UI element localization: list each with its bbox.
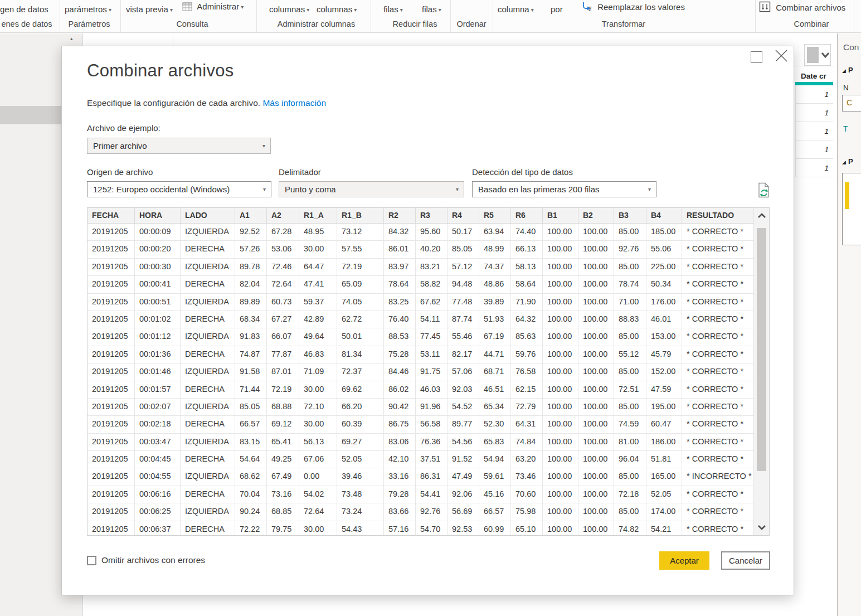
remove-columns-button[interactable]: columnas▾ [317,4,357,14]
table-cell: 30.00 [299,241,337,258]
table-cell: 72.64 [267,276,299,293]
table-row: 2019120500:01:12IZQUIERDA91.8366.0749.64… [87,328,755,346]
properties-section-header[interactable]: ◢P [842,66,853,74]
file-origin-dropdown[interactable]: 1252: Europeo occidental (Windows) ▾ [87,181,271,197]
table-cell: 57.06 [447,363,479,381]
applied-steps-section-header[interactable]: ◢P [842,157,853,166]
table-cell: * CORRECTO * [682,311,755,328]
table-grid-icon [182,2,192,13]
table-cell: 100.00 [543,503,578,521]
collapse-caret-icon[interactable]: ▴ [70,36,73,41]
table-cell: 50.17 [447,224,479,241]
preview-button[interactable]: vista previa▾ [126,4,173,14]
table-cell: 73.48 [337,486,384,503]
table-cell: 45.16 [479,486,511,503]
ribbon-group-label: Parámetros [61,20,117,28]
scroll-up-button[interactable] [754,208,770,224]
section-label: P [848,157,853,166]
chevron-down-icon: ▾ [456,182,459,197]
scroll-down-button[interactable] [754,520,770,535]
combine-files-button[interactable]: Combinar archivos [759,1,845,14]
table-cell: IZQUIERDA [181,503,235,521]
table-cell: 00:00:30 [135,259,181,276]
recent-sources-button[interactable]: gen de datos [0,4,48,14]
close-button[interactable] [774,48,791,65]
column-filter-button[interactable] [804,44,831,66]
all-properties-link[interactable]: T [843,124,848,133]
group-by-button[interactable]: por [551,4,563,14]
type-detection-dropdown[interactable]: Basado en las primeras 200 filas ▾ [472,181,656,197]
table-cell: 51.81 [646,451,682,468]
table-cell: 48.86 [479,276,511,293]
table-cell: 100.00 [543,399,578,416]
table-cell: 20191205 [87,521,135,536]
keep-rows-button[interactable]: filas▾ [383,4,403,14]
table-cell: 39.46 [337,468,384,486]
table-cell: 20191205 [87,416,135,433]
table-cell: * CORRECTO * [682,259,755,276]
table-row: 2019120500:06:37DERECHA72.2279.7530.0054… [87,521,755,536]
refresh-file-icon [757,182,771,198]
table-cell: 100.00 [543,328,578,346]
dialog-title: Combinar archivos [87,61,234,81]
table-cell: 86.01 [384,241,416,258]
table-cell: 64.47 [299,259,337,276]
manage-button[interactable]: Administrar▾ [182,2,244,13]
table-cell: 75.28 [384,346,416,363]
query-settings-panel: Con ◢P N C T ◢P [837,33,861,616]
subtitle-text: Especifique la configuración de cada arc… [87,98,260,108]
table-cell: * CORRECTO * [682,434,755,451]
table-cell: 90.42 [384,399,416,416]
table-cell: 72.10 [299,399,337,416]
table-cell: 53.06 [267,241,299,258]
table-cell: 54.11 [416,311,447,328]
table-row: 2019120500:03:47IZQUIERDA83.1565.4156.13… [87,434,755,451]
table-cell: 88.83 [614,311,646,328]
remove-rows-button[interactable]: filas▾ [422,4,441,14]
split-column-button[interactable]: columna▾ [498,4,534,14]
maximize-button[interactable] [751,51,762,63]
table-cell: * CORRECTO * [682,241,755,258]
table-cell: 100.00 [578,468,614,486]
background-column-header[interactable]: Date cr [801,72,826,80]
table-cell: 00:00:09 [135,224,181,241]
background-table-rows: 11111 [795,85,833,177]
table-cell: 74.82 [614,521,646,536]
table-cell: 76.58 [511,363,543,381]
table-cell: 00:04:45 [135,451,181,468]
table-cell: 37.51 [416,451,447,468]
skip-errors-checkbox[interactable] [87,556,96,565]
refresh-preview-button[interactable] [757,182,771,198]
table-row: 2019120500:04:55IZQUIERDA68.6267.490.003… [87,468,755,486]
table-cell: 100.00 [543,259,578,276]
table-cell: 77.48 [447,294,479,311]
table-cell: 00:06:37 [135,521,181,536]
cancel-button[interactable]: Cancelar [721,551,770,570]
query-name-input[interactable]: C [842,95,861,111]
table-cell: 55.12 [614,346,646,363]
table-cell: 85.63 [511,328,543,346]
scrollbar-thumb[interactable] [757,228,766,471]
table-cell: 68.34 [235,311,267,328]
dropdown-value: Punto y coma [285,185,336,194]
replace-values-button[interactable]: 2 Reemplazar los valores [581,2,685,13]
accept-button[interactable]: Aceptar [659,551,709,570]
manage-parameters-button[interactable]: parámetros▾ [65,4,111,14]
table-header-cell: R6 [511,208,543,224]
manage-columns-button[interactable]: columnas▾ [269,4,309,14]
table-cell: 76.40 [384,311,416,328]
more-info-link[interactable]: Más información [262,98,326,108]
table-cell: 73.24 [337,503,384,521]
delimiter-dropdown[interactable]: Punto y coma ▾ [279,181,464,197]
applied-steps-list[interactable] [842,173,861,245]
column-value-swatch [807,47,819,63]
close-icon [774,48,789,63]
chevron-down-icon [821,52,830,59]
table-cell: 195.00 [646,399,682,416]
table-cell: 186.00 [646,434,682,451]
type-detection-label: Detección del tipo de datos [472,167,573,177]
example-file-dropdown[interactable]: Primer archivo ▾ [87,138,271,154]
table-cell: 20191205 [87,468,135,486]
table-cell: 47.41 [299,276,337,293]
table-cell: 39.89 [479,294,511,311]
